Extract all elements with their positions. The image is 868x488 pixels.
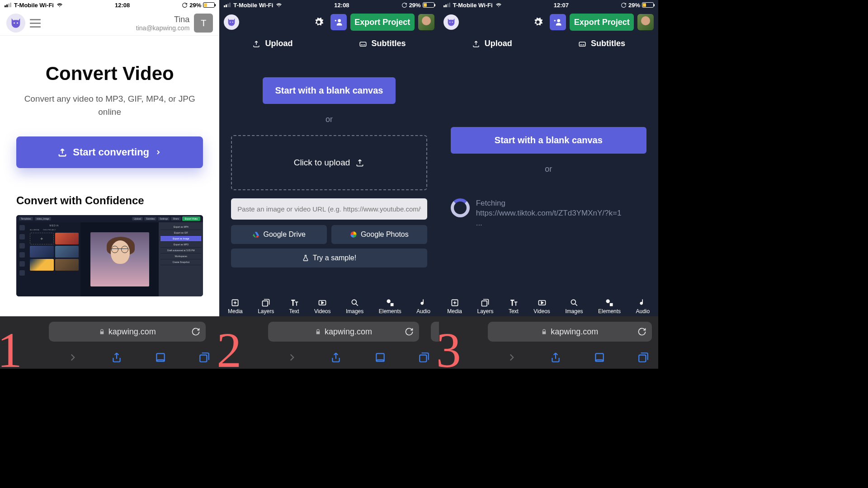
ss-subtitles: Subtitles — [144, 217, 156, 221]
browser-chrome: 2 kapwing.com — [219, 316, 439, 369]
upload-icon — [57, 147, 67, 157]
share-icon[interactable] — [330, 352, 342, 363]
toolbar-images[interactable]: Images — [346, 298, 363, 314]
reload-icon[interactable] — [191, 327, 200, 336]
ss-breadcrumb: Templates — [19, 217, 33, 221]
brand-avatar[interactable] — [443, 14, 459, 30]
battery-percent: 29% — [409, 2, 421, 9]
invite-button[interactable] — [330, 14, 347, 30]
subtitles-tab[interactable]: Subtitles — [578, 39, 625, 48]
ss-media-head: MEDIA — [30, 224, 79, 227]
svg-rect-2 — [200, 355, 207, 362]
toolbar-audio[interactable]: Audio — [636, 298, 650, 314]
url-text: kapwing.com — [108, 327, 156, 337]
page-header: Tina tina@kapwing.com T — [0, 10, 219, 36]
bookmarks-icon[interactable] — [155, 352, 166, 363]
menu-button[interactable] — [30, 19, 41, 28]
reload-icon[interactable] — [637, 327, 646, 336]
user-avatar[interactable]: T — [194, 14, 213, 33]
forward-icon[interactable] — [506, 352, 518, 363]
toolbar-videos[interactable]: Videos — [533, 298, 550, 314]
cell-signal-icon — [224, 3, 231, 7]
svg-rect-26 — [639, 355, 646, 362]
bookmarks-icon[interactable] — [374, 352, 386, 363]
share-icon[interactable] — [550, 352, 561, 363]
cat-icon — [446, 17, 456, 27]
or-divider: or — [326, 115, 333, 124]
upload-tab[interactable]: Upload — [472, 39, 512, 48]
toolbar-layers[interactable]: Layers — [258, 298, 274, 314]
svg-rect-20 — [583, 44, 585, 45]
user-avatar[interactable] — [418, 14, 434, 30]
toolbar-audio[interactable]: Audio — [416, 298, 430, 314]
toolbar-media[interactable]: Media — [228, 298, 243, 314]
url-text: kapwing.com — [551, 327, 598, 337]
editor-toolbar: Media Layers Text Videos Images Elements… — [439, 296, 658, 316]
address-bar[interactable]: kapwing.com — [268, 322, 419, 342]
gdrive-label: Google Drive — [263, 230, 305, 239]
brand-avatar[interactable] — [224, 14, 239, 30]
address-bar[interactable]: kapwing.com — [49, 322, 206, 342]
svg-rect-10 — [263, 301, 268, 306]
battery-icon — [203, 2, 215, 8]
export-project-button[interactable]: Export Project — [350, 14, 415, 31]
share-icon[interactable] — [111, 352, 123, 363]
ss-menu-item: Export as GIF — [160, 230, 201, 236]
export-project-button[interactable]: Export Project — [570, 14, 634, 31]
reload-icon[interactable] — [405, 327, 414, 336]
ss-upload: Upload — [132, 217, 143, 221]
ss-thumb — [55, 246, 79, 258]
bookmarks-icon[interactable] — [594, 352, 605, 363]
subtitles-icon — [578, 40, 586, 48]
forward-icon[interactable] — [67, 352, 79, 363]
invite-button[interactable] — [550, 14, 566, 30]
blank-canvas-button[interactable]: Start with a blank canvas — [451, 127, 646, 154]
url-text: kapwing.com — [325, 327, 372, 337]
settings-button[interactable] — [311, 14, 327, 30]
ss-thumb — [55, 259, 79, 271]
blank-canvas-button[interactable]: Start with a blank canvas — [263, 77, 396, 104]
start-converting-button[interactable]: Start converting — [16, 136, 203, 168]
brand-avatar[interactable] — [6, 14, 25, 33]
svg-point-15 — [449, 22, 450, 23]
lock-icon — [541, 329, 547, 335]
toolbar-elements[interactable]: Elements — [598, 298, 621, 314]
step-number: 3 — [436, 325, 461, 369]
tabs-icon[interactable] — [418, 352, 430, 363]
media-icon — [231, 298, 240, 307]
subtitles-label: Subtitles — [591, 39, 625, 48]
svg-point-3 — [230, 22, 231, 23]
flask-icon — [302, 254, 309, 262]
toolbar-text[interactable]: Text — [289, 298, 299, 314]
media-icon — [450, 298, 459, 307]
carrier-label: T-Mobile Wi-Fi — [233, 2, 273, 9]
clock: 12:08 — [334, 2, 349, 9]
toolbar-text[interactable]: Text — [509, 298, 519, 314]
user-avatar[interactable] — [637, 14, 654, 30]
ss-tab: THIS PROJECT — [43, 229, 56, 231]
toolbar-layers[interactable]: Layers — [477, 298, 493, 314]
address-bar[interactable]: kapwing.com — [488, 322, 652, 342]
toolbar-images[interactable]: Images — [565, 298, 583, 314]
battery-icon — [642, 2, 654, 8]
user-name: Tina — [136, 15, 190, 24]
try-sample-button[interactable]: Try a sample! — [231, 249, 427, 267]
settings-button[interactable] — [530, 14, 546, 30]
upload-tab[interactable]: Upload — [252, 39, 292, 48]
toolbar-videos[interactable]: Videos — [314, 298, 330, 314]
google-drive-button[interactable]: Google Drive — [231, 225, 327, 244]
upload-dropzone[interactable]: Click to upload — [231, 135, 427, 190]
cta-label: Start converting — [73, 146, 149, 158]
subtitles-tab[interactable]: Subtitles — [359, 39, 406, 48]
ss-breadcrumb: video_image — [35, 217, 51, 221]
ss-menu-item: Export as Image — [160, 236, 201, 242]
forward-icon[interactable] — [286, 352, 298, 363]
tabs-icon[interactable] — [198, 352, 210, 363]
text-icon — [509, 298, 518, 307]
tabs-icon[interactable] — [637, 352, 649, 363]
google-photos-button[interactable]: Google Photos — [331, 225, 427, 244]
toolbar-media[interactable]: Media — [447, 298, 462, 314]
url-input[interactable] — [231, 198, 427, 220]
user-info: Tina tina@kapwing.com — [136, 15, 190, 32]
toolbar-elements[interactable]: Elements — [379, 298, 401, 314]
